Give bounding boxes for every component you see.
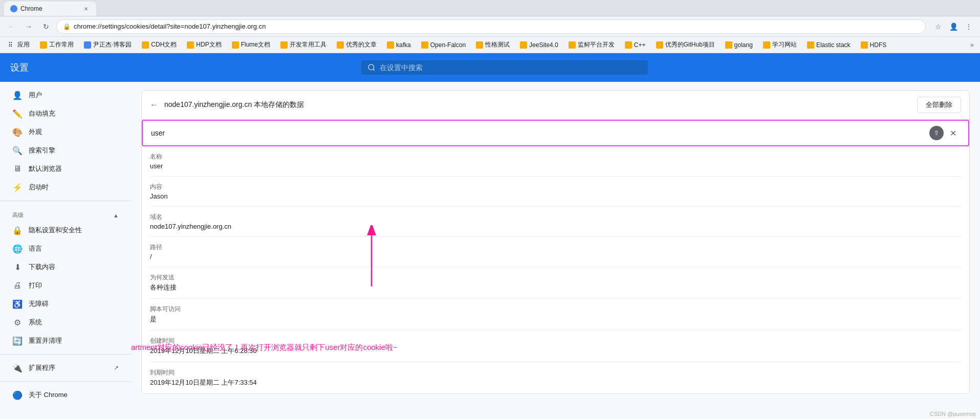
field-value-content: Jason bbox=[150, 192, 961, 200]
bookmark-flume[interactable]: Flume文档 bbox=[228, 39, 274, 50]
bookmark-label: 学习网站 bbox=[772, 40, 797, 49]
folder-icon bbox=[476, 41, 483, 49]
bookmark-work[interactable]: 工作常用 bbox=[36, 39, 78, 50]
bookmark-label: HDFS bbox=[870, 41, 887, 49]
field-value-expires: 2019年12月10日星期二 上午7:33:54 bbox=[150, 378, 961, 387]
bookmark-button[interactable]: ☆ bbox=[931, 19, 945, 34]
bookmark-label: kafka bbox=[396, 41, 411, 49]
sidebar-item-autofill[interactable]: ✏️ 自动填充 bbox=[0, 104, 127, 123]
folder-icon bbox=[337, 41, 344, 49]
sidebar-item-privacy[interactable]: 🔒 隐私设置和安全性 bbox=[0, 221, 127, 239]
sidebar-divider-2 bbox=[0, 354, 131, 355]
bookmark-devtools[interactable]: 开发常用工具 bbox=[276, 39, 331, 50]
settings-search-input[interactable] bbox=[380, 63, 642, 72]
settings-search-bar[interactable] bbox=[361, 60, 648, 75]
bookmark-jeesite[interactable]: JeeSite4.0 bbox=[516, 40, 562, 50]
bookmark-hdfs[interactable]: HDFS bbox=[857, 40, 891, 50]
bookmark-label: HDP文档 bbox=[196, 40, 221, 49]
bookmark-hdp[interactable]: HDP文档 bbox=[183, 39, 225, 50]
sidebar-item-default-browser[interactable]: 🖥 默认浏览器 bbox=[0, 160, 127, 178]
profile-button[interactable]: 👤 bbox=[946, 19, 961, 34]
sidebar-label-user: 用户 bbox=[29, 91, 42, 100]
forward-button[interactable]: → bbox=[21, 19, 36, 34]
downloads-icon: ⬇ bbox=[12, 262, 23, 272]
bookmark-articles[interactable]: 优秀的文章 bbox=[333, 39, 381, 50]
browser-toolbar: ← → ↻ 🔒 chrome://settings/cookies/detail… bbox=[0, 16, 980, 37]
annotation-text: 由于之前我们已经关闭浏览器啦，department对应的cookie已经没了！再… bbox=[131, 343, 398, 352]
sidebar-item-system[interactable]: ⚙ 系统 bbox=[0, 313, 127, 332]
address-bar[interactable]: 🔒 chrome://settings/cookies/detail?site=… bbox=[56, 19, 926, 34]
sidebar-item-search[interactable]: 🔍 搜索引擎 bbox=[0, 141, 127, 160]
external-link-icon: ↗ bbox=[114, 364, 119, 371]
sidebar-item-startup[interactable]: ⚡ 启动时 bbox=[0, 178, 127, 196]
bookmark-monitor[interactable]: 监鲟平台开发 bbox=[564, 39, 619, 50]
bookmark-blog[interactable]: 尹正杰·博客园 bbox=[80, 39, 136, 50]
bookmark-label: Elastic stack bbox=[816, 41, 851, 49]
reload-button[interactable]: ↻ bbox=[39, 19, 53, 34]
bookmark-falcon[interactable]: Open-Falcon bbox=[417, 40, 470, 50]
privacy-icon: 🔒 bbox=[12, 225, 23, 235]
sidebar-item-about[interactable]: 🔵 关于 Chrome bbox=[0, 386, 127, 404]
field-label-name: 名称 bbox=[150, 152, 961, 161]
browser-tab[interactable]: Chrome ✕ bbox=[4, 2, 96, 16]
folder-icon bbox=[763, 41, 770, 49]
bookmark-cpp[interactable]: C++ bbox=[621, 40, 650, 50]
autofill-icon: ✏️ bbox=[12, 108, 23, 119]
advanced-collapse-icon[interactable]: ▲ bbox=[113, 212, 119, 218]
folder-icon bbox=[569, 41, 576, 49]
bookmark-personality[interactable]: 性格测试 bbox=[472, 39, 514, 50]
sidebar-label-reset: 重置并清理 bbox=[29, 336, 62, 345]
sidebar-item-extensions[interactable]: 🔌 扩展程序 ↗ bbox=[0, 359, 127, 377]
menu-button[interactable]: ⋮ bbox=[962, 19, 976, 34]
field-label-script: 脚本可访问 bbox=[150, 305, 961, 314]
sidebar-item-language[interactable]: 🌐 语言 bbox=[0, 239, 127, 258]
sidebar-item-user[interactable]: 👤 用户 bbox=[0, 86, 127, 104]
folder-icon bbox=[40, 41, 47, 49]
bookmark-label: golang bbox=[734, 41, 753, 49]
folder-icon bbox=[625, 41, 632, 49]
field-label-domain: 域名 bbox=[150, 213, 961, 222]
settings-sidebar: 👤 用户 ✏️ 自动填充 🎨 外观 🔍 搜索引擎 🖥 默认浏览器 ⚡ 启动时 bbox=[0, 82, 131, 419]
cookie-detail-header: ← node107.yinzhengjie.org.cn 本地存储的数据 全部删… bbox=[142, 91, 969, 120]
cookie-search-input[interactable] bbox=[151, 125, 925, 141]
cookie-field-script: 脚本可访问 是 bbox=[150, 299, 961, 330]
bookmark-apps[interactable]: ⠿ 应用 bbox=[4, 39, 34, 50]
sidebar-label-about: 关于 Chrome bbox=[29, 390, 68, 400]
bookmark-golang[interactable]: golang bbox=[721, 40, 757, 50]
bookmark-label: CDH文档 bbox=[151, 40, 177, 49]
bookmarks-more-button[interactable]: » bbox=[968, 41, 976, 49]
bookmark-learning[interactable]: 学习网站 bbox=[759, 39, 801, 50]
default-browser-icon: 🖥 bbox=[12, 164, 23, 174]
search-icon bbox=[367, 63, 376, 72]
bookmark-label: Flume文档 bbox=[241, 40, 270, 49]
search-clear-button[interactable]: ✕ bbox=[946, 126, 960, 140]
sidebar-item-print[interactable]: 🖨 打印 bbox=[0, 276, 127, 295]
settings-page: 设置 👤 用户 ✏️ 自动填充 🎨 外观 🔍 搜 bbox=[0, 53, 980, 419]
bookmark-label: JeeSite4.0 bbox=[529, 41, 558, 49]
sidebar-item-downloads[interactable]: ⬇ 下载内容 bbox=[0, 258, 127, 276]
folder-icon bbox=[656, 41, 663, 49]
bookmark-elastic[interactable]: Elastic stack bbox=[803, 40, 855, 50]
delete-all-button[interactable]: 全部删除 bbox=[917, 97, 961, 113]
bookmark-github[interactable]: 优秀的GitHub项目 bbox=[652, 39, 719, 50]
apps-icon: ⠿ bbox=[8, 41, 15, 49]
address-text: chrome://settings/cookies/detail?site=no… bbox=[74, 23, 919, 30]
user-icon: 👤 bbox=[12, 90, 23, 100]
svg-point-0 bbox=[368, 64, 374, 70]
sidebar-advanced-section: 高级 ▲ bbox=[0, 205, 131, 221]
field-label-expires: 到期时间 bbox=[150, 368, 961, 377]
tab-favicon bbox=[10, 5, 17, 12]
sidebar-item-accessibility[interactable]: ♿ 无障碍 bbox=[0, 295, 127, 313]
back-to-cookies-button[interactable]: ← bbox=[150, 100, 158, 109]
cookie-search-container[interactable]: ⇧ ✕ bbox=[142, 120, 969, 146]
sidebar-item-reset[interactable]: 🔄 重置并清理 bbox=[0, 332, 127, 350]
sidebar-item-appearance[interactable]: 🎨 外观 bbox=[0, 123, 127, 141]
search-up-button[interactable]: ⇧ bbox=[929, 126, 944, 140]
bookmark-kafka[interactable]: kafka bbox=[383, 40, 415, 50]
bookmark-cdh[interactable]: CDH文档 bbox=[138, 39, 181, 50]
settings-title: 设置 bbox=[10, 61, 29, 74]
folder-icon bbox=[807, 41, 814, 49]
tab-close-button[interactable]: ✕ bbox=[82, 5, 90, 13]
back-button[interactable]: ← bbox=[4, 19, 18, 34]
bookmark-label: Open-Falcon bbox=[430, 41, 466, 49]
